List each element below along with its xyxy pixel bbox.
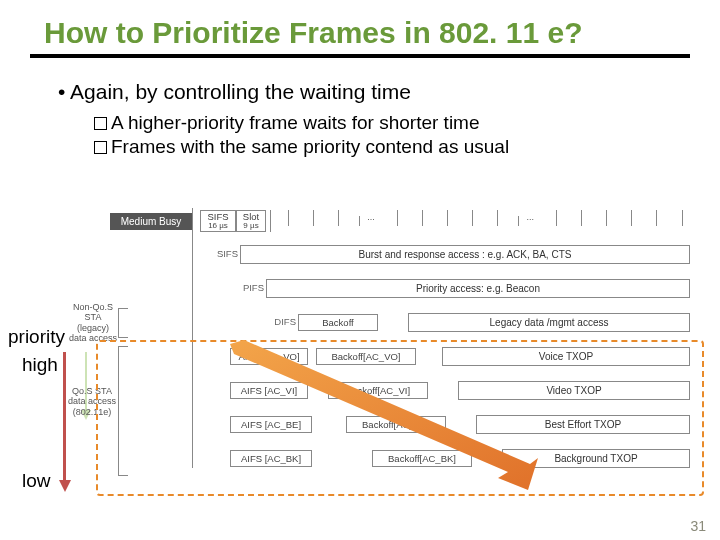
bullet-sub-2: Frames with the same priority contend as… [94,136,690,158]
orange-diagonal-arrow-icon [230,340,540,496]
bullet-main: Again, by controlling the waiting time [58,80,690,104]
difs-row-label: DIFS [274,316,296,327]
medium-busy-box: Medium Busy [110,213,192,230]
square-icon [94,117,107,130]
bullet-list: Again, by controlling the waiting time A… [30,80,690,158]
tick-dots-2: ... [527,212,535,222]
slot-us: 9 µs [243,222,258,230]
bullet-sub-1: A higher-priority frame waits for shorte… [94,112,690,134]
difs-backoff: Backoff [298,314,378,331]
legacy-bracket-label: Non-Qo.S STA (legacy) data access [68,302,118,343]
sifs-us: 16 µs [208,222,228,230]
tick-axis: ... ... [270,210,690,232]
difs-row-box: Legacy data /mgmt access [408,313,690,332]
sifs-box: SIFS 16 µs [200,210,236,232]
bullet-sub-1-text: A higher-priority frame waits for shorte… [111,112,480,133]
pifs-row-label: PIFS [243,282,264,293]
sifs-row-box: Burst and response access : e.g. ACK, BA… [240,245,690,264]
slot-box: Slot 9 µs [236,210,266,232]
svg-marker-0 [230,340,538,490]
low-label: low [22,470,51,492]
priority-label: priority [8,326,65,348]
high-label: high [22,354,58,376]
tick-dots: ... [367,212,375,222]
page-number: 31 [690,518,706,534]
slide-title: How to Prioritize Frames in 802. 11 e? [30,10,690,58]
legacy-bracket-icon [118,308,128,338]
sifs-row-label: SIFS [217,248,238,259]
bullet-sub-2-text: Frames with the same priority contend as… [111,136,509,157]
pifs-row-box: Priority access: e.g. Beacon [266,279,690,298]
square-icon [94,141,107,154]
